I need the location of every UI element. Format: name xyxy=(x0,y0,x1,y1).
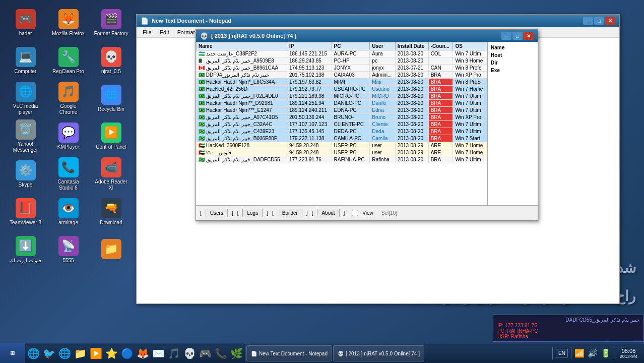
desktop-icon-5555[interactable]: 📁 xyxy=(90,231,133,269)
desktop-icon-network[interactable]: 🌐 VLC media player xyxy=(4,80,47,117)
desktop-icon-channels[interactable]: 📡 5555 xyxy=(47,231,90,269)
rat-table-row[interactable]: 🇦🇪 HacKed_3600F12894.59.20.248USER-PCuse… xyxy=(197,142,487,149)
rat-minimize-button[interactable]: ─ xyxy=(501,32,511,40)
rat-table-row[interactable]: 🇧🇷 خبير نڈم نڈكر المريق_C439E23177.135.4… xyxy=(197,128,487,135)
rat-cell-os: Win 7 Home xyxy=(453,86,487,93)
sidebar-host: Host xyxy=(490,51,536,59)
taskbar-item-rat[interactable]: 💀 [ 2013 ] njRAT v0.5.0 Online[ 74 ] xyxy=(333,345,424,361)
notepad-minimize-button[interactable]: ─ xyxy=(583,17,593,25)
desktop-icon-camtasia[interactable]: 📹 Adobe Reader XI xyxy=(90,155,133,193)
rat-scroll-container[interactable]: Name IP PC User Install Date -Coun... OS… xyxy=(196,42,487,188)
rat-cell-ip: 189.124.240.211 xyxy=(287,107,332,114)
rat-table-row[interactable]: 🇧🇷 DDF94_خبير نڈم نڈكر المريق201.75.102.… xyxy=(197,72,487,79)
desktop-icon-armitage[interactable]: 🔫 Download xyxy=(90,193,133,231)
tray-battery-icon[interactable]: 🔋 xyxy=(601,348,611,358)
ql-chrome-icon[interactable]: 🔵 xyxy=(121,347,134,359)
ql-folder-icon[interactable]: 📁 xyxy=(74,347,87,359)
ql-skull-icon[interactable]: 💀 xyxy=(183,347,196,359)
rat-tab-builder[interactable]: Builder xyxy=(278,209,302,217)
tray-language[interactable]: EN xyxy=(556,349,568,357)
notepad-menu-edit[interactable]: Edit xyxy=(156,28,173,36)
desktop-icon-hader[interactable]: 🎮 hader xyxy=(4,4,47,42)
rat-titlebar[interactable]: 💀 [ 2013 ] njRAT v0.5.0 Online[ 74 ] ─ □… xyxy=(196,30,538,42)
notepad-maximize-button[interactable]: □ xyxy=(594,17,604,25)
icon-label-kmplayer: Control Panel xyxy=(96,144,126,150)
rat-cell-country: BRA xyxy=(428,107,453,114)
rat-cell-ip: 179.192.73.77 xyxy=(287,86,332,93)
desktop-icon-control[interactable]: ⚙️ Skype xyxy=(4,155,47,193)
rat-cell-os: Win 7 Ultim xyxy=(453,156,487,163)
rat-table-row[interactable]: 🇺🇿 عارضت جديد_C38F2F2186.145.221.215AURA… xyxy=(197,50,487,57)
ql-star-icon[interactable]: ⭐ xyxy=(105,347,118,359)
rat-cell-ip: 179.221.189.98 xyxy=(287,93,332,100)
rat-cell-date: 2013-08-29 xyxy=(395,149,428,156)
desktop-icon-njrat[interactable]: 💀 njrat_0.5 xyxy=(90,42,133,80)
desktop-icon-adobe[interactable]: 📕 TeamViewer 8 xyxy=(4,193,47,231)
ql-skype-icon[interactable]: 📞 xyxy=(215,347,227,359)
ql-ie2-icon[interactable]: 🌐 xyxy=(58,347,71,359)
desktop-icon-download[interactable]: ⬇️ قنوات ايرت لك xyxy=(4,231,47,269)
ql-media-icon[interactable]: 🎵 xyxy=(168,347,180,359)
ql-leaf-icon[interactable]: 🌿 xyxy=(230,347,243,359)
tray-sound-icon[interactable]: 🔊 xyxy=(588,348,598,358)
notepad-close-button[interactable]: ✕ xyxy=(605,17,615,25)
rat-table-row[interactable]: 🇧🇷 خبير نڈم نڈكر المريق_B006E80F179.222.… xyxy=(197,135,487,142)
taskbar-item-notepad[interactable]: 📄 New Text Document - Notepad xyxy=(246,345,332,361)
rat-table-row[interactable]: 🇧🇷 خبير نڈم نڈكر المريق_F02E4DE0179.221.… xyxy=(197,93,487,100)
rat-maximize-button[interactable]: □ xyxy=(512,32,523,40)
col-name: Name xyxy=(197,42,287,50)
rat-table-row[interactable]: 🇧🇷 خبير نڈم نڈكر المريق_DADFCD55177.223.… xyxy=(197,156,487,163)
rat-cell-date: 2013-08-20 xyxy=(395,121,428,128)
desktop-icon-kmplayer[interactable]: ▶️ Control Panel xyxy=(90,117,133,155)
tray-network-icon[interactable]: 📶 xyxy=(574,348,585,358)
ql-ie-icon[interactable]: 🌐 xyxy=(27,347,40,359)
ql-email-icon[interactable]: ✉️ xyxy=(152,347,165,359)
rat-table-row[interactable]: 🇩🇿 خبير نڈم نڈكر المريق_A9509E8186.29.24… xyxy=(197,57,487,65)
desktop-icon-chrome[interactable]: 🌐 Recycle Bin xyxy=(90,80,133,117)
desktop-icon-computer[interactable]: 💻 Computer xyxy=(4,42,47,80)
rat-table-row[interactable]: 🇧🇷 Hackar Haedr Njim**_D92981189.124.251… xyxy=(197,100,487,107)
rat-cell-ip: 94.59.20.248 xyxy=(287,142,332,149)
tray-clock[interactable]: 08:08 2013-9/4 xyxy=(617,348,640,359)
desktop-icon-regclean[interactable]: 🔧 RegClean Pro xyxy=(47,42,90,80)
sidebar-exe: Exe xyxy=(490,67,536,74)
rat-cell-date: 2013-07-21 xyxy=(395,65,428,72)
rat-tab-logs[interactable]: Logs xyxy=(242,209,263,217)
desktop-icon-teamviewer[interactable]: 👁️ armitage xyxy=(47,193,90,231)
rat-window[interactable]: 💀 [ 2013 ] njRAT v0.5.0 Online[ 74 ] ─ □… xyxy=(196,29,538,221)
bracket-open: [ xyxy=(200,210,202,216)
desktop-icon-yahoo[interactable]: 💬 KMPlayer xyxy=(47,117,90,155)
rat-tab-users[interactable]: Users xyxy=(206,209,228,217)
rat-cell-pc: USER-PC xyxy=(332,149,370,156)
desktop-icon-skype[interactable]: 📞 Camtasia Studio 8 xyxy=(47,155,90,193)
rat-cell-date: 2013-08-20 xyxy=(395,128,428,135)
notif-title: خبير نڈم نڈكر المريق_DADFCD55 xyxy=(497,317,639,323)
rat-table-row[interactable]: 🇧🇷 HacKed_42F256D179.192.73.77USUARIO-PC… xyxy=(197,86,487,93)
ql-ff-icon[interactable]: 🦊 xyxy=(137,347,149,359)
ql-bird-icon[interactable]: 🐦 xyxy=(43,347,55,359)
rat-table-row[interactable]: 🇧🇷 خبير نڈم نڈكر المريق_C32A4C177.107.10… xyxy=(197,121,487,128)
desktop-icon-firefox[interactable]: 🦊 Mozilla Firefox xyxy=(47,4,90,42)
rat-view-checkbox[interactable] xyxy=(352,210,358,216)
rat-tab-about[interactable]: About xyxy=(317,209,339,217)
rat-cell-os: Win 7 Ultim xyxy=(453,121,487,128)
ql-game-icon[interactable]: 🎮 xyxy=(199,347,212,359)
rat-table-row[interactable]: 🇨🇦 خبير نڈم نڈكر المريق_B8961CAA174.95.1… xyxy=(197,65,487,72)
rat-table-row[interactable]: 🇧🇷 Hackar Haedr Njim*_E8C534A179.197.63.… xyxy=(197,79,487,86)
rat-close-button[interactable]: ✕ xyxy=(524,32,534,40)
desktop-icon-recycle[interactable]: 🗑️ Yahoo! Messenger xyxy=(4,117,47,155)
rat-table-row[interactable]: 🇧🇷 Hackar Haedr Njim***_E1247189.124.240… xyxy=(197,107,487,114)
notepad-menu-file[interactable]: File xyxy=(139,28,156,36)
desktop-icon-formatfactory[interactable]: 🎬 Format Factory xyxy=(90,4,133,42)
rat-table-row[interactable]: 🇦🇪 فلوس_٢١٠٠94.59.20.248USER-PCuser2013-… xyxy=(197,149,487,156)
start-button[interactable]: ⊞ xyxy=(0,343,25,364)
ql-arrow-icon[interactable]: ▶️ xyxy=(90,347,102,359)
icon-label-chrome: Recycle Bin xyxy=(98,106,124,112)
notepad-menu-format[interactable]: Format xyxy=(173,28,199,36)
rat-table-row[interactable]: 🇧🇷 خبير نڈم نڈكر المريق_A07C41D5201.50.1… xyxy=(197,114,487,121)
desktop-icon-vlc[interactable]: 🎵 Google Chrome xyxy=(47,80,90,117)
notepad-titlebar[interactable]: 📄 New Text Document - Notepad ─ □ ✕ xyxy=(137,15,619,27)
rat-sidebar: Name Host Dir Exe xyxy=(487,42,538,205)
tray-separator3 xyxy=(614,347,614,359)
rat-cell-date: 2013-08-20 xyxy=(395,86,428,93)
